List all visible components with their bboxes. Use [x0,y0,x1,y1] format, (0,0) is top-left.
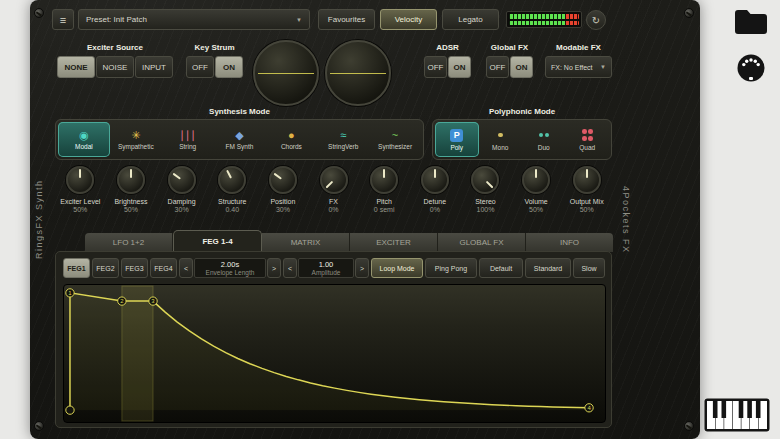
tab-matrix[interactable]: MATRIX [262,233,350,252]
knob-volume[interactable]: Volume 50% [511,166,562,213]
mode-label: Mono [492,144,508,151]
mode-synthesizer[interactable]: ~ Synthesizer [369,122,421,157]
sympathetic-icon: ✳ [131,130,140,141]
envelope-length-label: Envelope Length [206,269,255,276]
mode-label: Sympathetic [118,143,154,150]
mode-string[interactable]: ∣∣∣ String [162,122,214,157]
envelope-length-value: 2.00s [221,261,239,269]
knob-structure[interactable]: Structure 0.40 [207,166,258,213]
screen: RingsFX Synth 4Pockets FX ≡ Preset: Init… [0,0,780,439]
tab-global-fx[interactable]: GLOBAL FX [438,233,526,252]
level-meter-row-right [509,21,579,26]
knob-value: 50% [124,206,138,213]
modable-fx-value: FX: No Effect [551,64,593,71]
mode-label: Duo [538,144,550,151]
keyboard-icon [704,398,770,432]
knob-label: Output Mix [570,198,604,205]
knob-label: Damping [168,198,196,205]
exciter-none-button[interactable]: NONE [57,56,95,78]
legato-button[interactable]: Legato [442,9,499,30]
chords-icon: ● [288,130,295,141]
knob-label: Detune [424,198,447,205]
tab-feg[interactable]: FEG 1-4 [173,230,262,252]
amplitude-decrement-button[interactable]: < [283,258,297,278]
exciter-noise-button[interactable]: NOISE [96,56,134,78]
knob-output-mix[interactable]: Output Mix 50% [561,166,612,213]
macro-knob-row: Exciter Level 50% Brightness 50% Damping… [55,166,612,213]
synthesis-mode-label: Synthesis Mode [55,107,424,116]
key-strum-switch: OFF ON [186,56,243,78]
knob-stereo[interactable]: Stereo 100% [460,166,511,213]
chevron-down-icon: ▼ [600,64,606,70]
global-fx-off-button[interactable]: OFF [486,56,509,78]
folder-button[interactable] [733,7,769,34]
knob-value: 0% [328,206,338,213]
knob-label: Structure [218,198,246,205]
envelope-editor[interactable]: 1234 [63,284,606,423]
adsr-on-button[interactable]: ON [448,56,471,78]
poly-mode-duo[interactable]: Duo [522,122,566,157]
keyboard-button[interactable] [704,398,770,432]
key-strum-off-button[interactable]: OFF [186,56,214,78]
standard-button[interactable]: Standard [525,258,571,278]
slow-button[interactable]: Slow [573,258,605,278]
amplitude-display[interactable]: 1.00 Amplitude [298,258,354,278]
folder-icon [733,7,769,34]
ping-pong-button[interactable]: Ping Pong [425,258,477,278]
mode-stringverb[interactable]: ≈ StringVerb [317,122,369,157]
favourites-button[interactable]: Favourites [318,9,375,30]
knob-detune[interactable]: Detune 0% [409,166,460,213]
velocity-button[interactable]: Velocity [380,9,437,30]
poly-mode-mono[interactable]: Mono [479,122,523,157]
exciter-source-label: Exciter Source [57,43,173,52]
tab-lfo[interactable]: LFO 1+2 [85,233,173,252]
global-fx-on-button[interactable]: ON [510,56,533,78]
key-strum-on-button[interactable]: ON [215,56,243,78]
adsr-switch: OFF ON [424,56,471,78]
feg4-button[interactable]: FEG4 [150,258,177,278]
default-button[interactable]: Default [479,258,523,278]
knob-value: 0% [430,206,440,213]
knob-position[interactable]: Position 30% [258,166,309,213]
amplitude-increment-button[interactable]: > [355,258,369,278]
envelope-length-increment-button[interactable]: > [267,258,281,278]
global-fx-label: Global FX [486,43,533,52]
envelope-svg: 1234 [64,285,605,422]
exciter-input-button[interactable]: INPUT [135,56,173,78]
envelope-length-decrement-button[interactable]: < [179,258,193,278]
refresh-button[interactable]: ↻ [586,10,606,30]
knob-value: 100% [476,206,494,213]
level-meter [506,11,582,28]
knob-value: 0 semi [374,206,395,213]
knob-damping[interactable]: Damping 30% [156,166,207,213]
tab-exciter[interactable]: EXCITER [350,233,438,252]
mode-fm-synth[interactable]: ◆ FM Synth [214,122,266,157]
preset-dropdown[interactable]: Preset: Init Patch ▼ [78,9,310,30]
mode-modal[interactable]: ◉ Modal [58,122,110,157]
string-icon: ∣∣∣ [179,130,196,141]
strum-pad-2[interactable] [325,40,391,106]
knob-pitch[interactable]: Pitch 0 semi [359,166,410,213]
knob-exciter-level[interactable]: Exciter Level 50% [55,166,106,213]
adsr-off-button[interactable]: OFF [424,56,447,78]
loop-mode-button[interactable]: Loop Mode [371,258,423,278]
menu-button[interactable]: ≡ [52,9,74,30]
knob-fx[interactable]: FX 0% [308,166,359,213]
quad-icon [581,129,594,142]
feg3-button[interactable]: FEG3 [121,258,148,278]
feg2-button[interactable]: FEG2 [92,258,119,278]
knob-label: Brightness [114,198,147,205]
level-meter-row-left [509,14,579,19]
knob-brightness[interactable]: Brightness 50% [106,166,157,213]
mode-chords[interactable]: ● Chords [265,122,317,157]
feg1-button[interactable]: FEG1 [63,258,90,278]
midi-button[interactable] [736,53,766,83]
poly-mode-poly[interactable]: P Poly [435,122,479,157]
modable-fx-label: Modable FX [545,43,612,52]
poly-mode-quad[interactable]: Quad [566,122,610,157]
tab-info[interactable]: INFO [526,233,613,252]
strum-pad-1[interactable] [253,40,319,106]
modable-fx-dropdown[interactable]: FX: No Effect ▼ [545,56,612,78]
envelope-length-display[interactable]: 2.00s Envelope Length [194,258,266,278]
mode-sympathetic[interactable]: ✳ Sympathetic [110,122,162,157]
